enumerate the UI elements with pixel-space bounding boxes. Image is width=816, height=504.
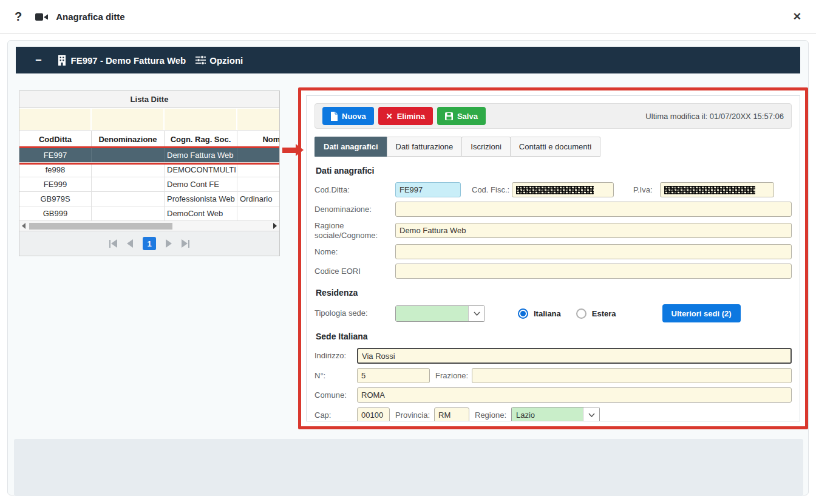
piva-label: P.Iva: (633, 185, 660, 194)
new-button-label: Nuova (342, 112, 366, 121)
sede-radio-group: Italiana Estera (518, 308, 626, 319)
cell-codditta: FE999 (19, 177, 92, 191)
cell-codditta: GB979S (19, 192, 92, 206)
cell-codditta: fe998 (19, 163, 92, 177)
filter-input-codditta[interactable] (19, 109, 90, 130)
redacted-value (516, 186, 594, 194)
delete-button[interactable]: ✕ Elimina (378, 107, 433, 125)
file-icon (330, 112, 338, 121)
tipologia-sede-label: Tipologia sede: (314, 308, 395, 318)
new-button[interactable]: Nuova (322, 107, 374, 125)
codice-eori-field[interactable] (395, 264, 792, 279)
provincia-label: Provincia: (395, 410, 434, 420)
cell-nome (237, 148, 280, 162)
tab-dati-fatturazione[interactable]: Dati fatturazione (387, 137, 463, 157)
denominazione-field[interactable] (395, 202, 792, 217)
nome-field[interactable] (395, 244, 792, 259)
cell-nome: Ordinario (237, 192, 280, 206)
comune-field[interactable] (357, 387, 792, 403)
radio-italiana-label[interactable]: Italiana (534, 309, 561, 318)
column-header-ragsoc[interactable]: Cogn. Rag. Soc. (165, 131, 237, 148)
column-header-nome[interactable]: Nome (237, 131, 280, 148)
options-button[interactable]: Opzioni (209, 55, 243, 66)
piva-field[interactable] (660, 182, 774, 197)
nome-label: Nome: (314, 247, 395, 257)
numero-civico-field[interactable] (357, 368, 430, 383)
first-page-button[interactable] (109, 239, 117, 248)
table-row[interactable]: GB999 DemoCont Web (19, 206, 280, 221)
cell-nome (237, 177, 280, 191)
cap-field[interactable] (357, 407, 390, 421)
filter-input-ragsoc[interactable] (165, 109, 236, 130)
column-header-codditta[interactable]: CodDitta (19, 131, 92, 148)
codfisc-field[interactable] (512, 182, 614, 197)
radio-estera-label[interactable]: Estera (592, 309, 616, 318)
table-row[interactable]: FE999 Demo Cont FE (19, 177, 280, 192)
column-header-denominazione[interactable]: Denominazione (92, 131, 165, 148)
app-header: ? Anagrafica ditte ✕ (0, 0, 816, 34)
save-button[interactable]: Salva (437, 107, 486, 125)
next-page-button[interactable] (166, 239, 172, 248)
sliders-icon[interactable] (195, 55, 206, 65)
building-icon (58, 55, 66, 66)
indirizzo-label: Indirizzo: (314, 351, 357, 361)
footer-strip (14, 439, 803, 496)
floppy-icon (445, 112, 453, 120)
list-caption: Lista Ditte (19, 91, 279, 108)
company-bar: − FE997 - Demo Fattura Web (16, 47, 800, 73)
horizontal-scrollbar[interactable] (19, 221, 279, 231)
radio-italiana[interactable] (518, 308, 528, 319)
codditta-field[interactable] (395, 182, 461, 197)
main-card: − FE997 - Demo Fattura Web (7, 40, 809, 495)
scrollbar-thumb[interactable] (29, 223, 172, 230)
frazione-label: Frazione: (435, 371, 472, 380)
section-title-residenza: Residenza (316, 288, 792, 298)
x-icon: ✕ (386, 112, 393, 121)
tab-dati-anagrafici[interactable]: Dati anagrafici (314, 137, 387, 157)
table-row-selected[interactable]: FE997 Demo Fattura Web (19, 148, 280, 163)
tab-iscrizioni[interactable]: Iscrizioni (461, 137, 511, 157)
tab-bar: Dati anagrafici Dati fatturazione Iscriz… (314, 137, 792, 157)
regione-label: Regione: (475, 410, 511, 420)
cell-ragsoc: Demo Cont FE (165, 177, 237, 191)
ragione-sociale-field[interactable] (395, 223, 792, 238)
companies-list: Lista Ditte CodDitta Denominazione Cogn.… (19, 90, 280, 256)
section-title-dati-anagrafici: Dati anagrafici (316, 166, 792, 175)
radio-estera[interactable] (576, 308, 586, 319)
table-row[interactable]: GB979S Professionista Web Ordinario (19, 192, 280, 206)
filter-input-denominazione[interactable] (92, 109, 163, 130)
toolbar: Nuova ✕ Elimina Salva Ultima modifica il… (314, 103, 792, 129)
collapse-icon[interactable]: − (35, 54, 42, 67)
provincia-field[interactable] (434, 407, 469, 421)
video-camera-icon (35, 12, 49, 22)
help-icon[interactable]: ? (15, 10, 22, 24)
close-icon[interactable]: ✕ (793, 10, 801, 23)
scroll-left-icon[interactable] (22, 223, 25, 229)
denominazione-label: Denominazione: (314, 205, 395, 214)
cell-ragsoc: DEMOCONTMULTI (165, 163, 237, 177)
prev-page-button[interactable] (127, 239, 133, 248)
pagination: 1 (19, 231, 279, 256)
chevron-down-icon (583, 407, 599, 421)
codditta-label: Cod.Ditta: (314, 185, 395, 195)
annotation-arrow-icon (282, 144, 304, 156)
filter-input-nome[interactable] (237, 109, 280, 130)
regione-select[interactable]: Lazio (511, 407, 600, 421)
cell-ragsoc: Demo Fattura Web (165, 148, 237, 162)
page-title: Anagrafica ditte (56, 12, 124, 22)
company-bar-title: FE997 - Demo Fattura Web (71, 55, 186, 66)
current-page-button[interactable]: 1 (143, 237, 156, 250)
frazione-field[interactable] (472, 368, 792, 383)
tipologia-sede-select[interactable] (395, 305, 485, 322)
indirizzo-field[interactable] (357, 348, 792, 364)
tab-contatti-documenti[interactable]: Contatti e documenti (510, 137, 600, 157)
last-page-button[interactable] (182, 239, 189, 248)
ulteriori-sedi-button[interactable]: Ulteriori sedi (2) (662, 304, 741, 322)
cell-denominazione (92, 192, 165, 206)
table-row[interactable]: fe998 DEMOCONTMULTI (19, 163, 280, 177)
ragione-sociale-label: Ragione sociale/Cognome: (314, 221, 395, 240)
cap-label: Cap: (314, 410, 357, 420)
scroll-right-icon[interactable] (273, 223, 277, 229)
last-modified-text: Ultima modifica il: 01/07/20XX 15:57:06 (645, 112, 784, 121)
cell-ragsoc: DemoCont Web (165, 206, 237, 220)
